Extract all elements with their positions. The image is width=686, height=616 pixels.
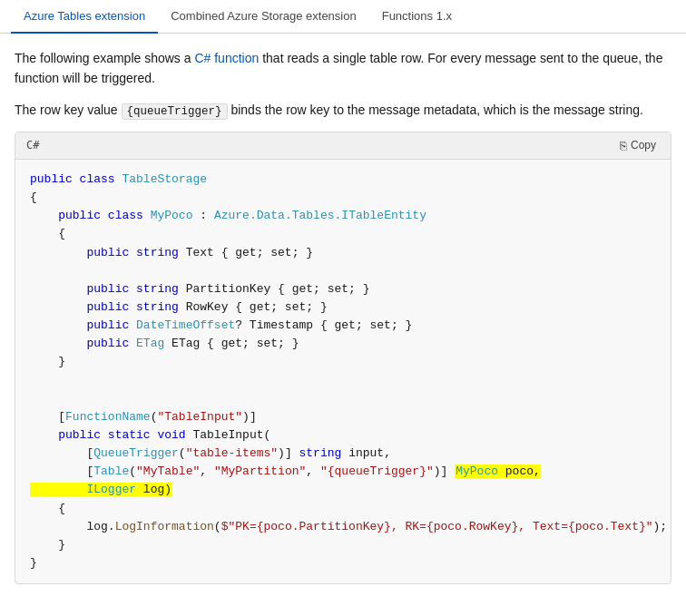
code-content: public class TableStorage { public class…	[15, 160, 671, 583]
rowkey-paragraph: The row key value {queueTrigger} binds t…	[15, 100, 671, 121]
copy-button[interactable]: ⎘ Copy	[616, 137, 660, 154]
function-link[interactable]: function	[214, 51, 259, 65]
code-block: C# ⎘ Copy public class TableStorage { pu…	[15, 132, 671, 584]
csharp-link[interactable]: C#	[194, 51, 211, 65]
code-header: C# ⎘ Copy	[15, 132, 671, 160]
tab-combined-azure[interactable]: Combined Azure Storage extension	[158, 0, 369, 34]
copy-label: Copy	[631, 139, 656, 152]
queue-trigger-code: {queueTrigger}	[122, 103, 228, 120]
code-language: C#	[26, 137, 39, 154]
intro-paragraph: The following example shows a C# functio…	[15, 48, 671, 89]
copy-icon: ⎘	[620, 139, 627, 152]
tab-bar: Azure Tables extension Combined Azure St…	[0, 0, 686, 34]
tab-azure-tables[interactable]: Azure Tables extension	[11, 0, 158, 34]
tab-functions-1x[interactable]: Functions 1.x	[369, 0, 465, 34]
main-content: The following example shows a C# functio…	[0, 34, 686, 599]
